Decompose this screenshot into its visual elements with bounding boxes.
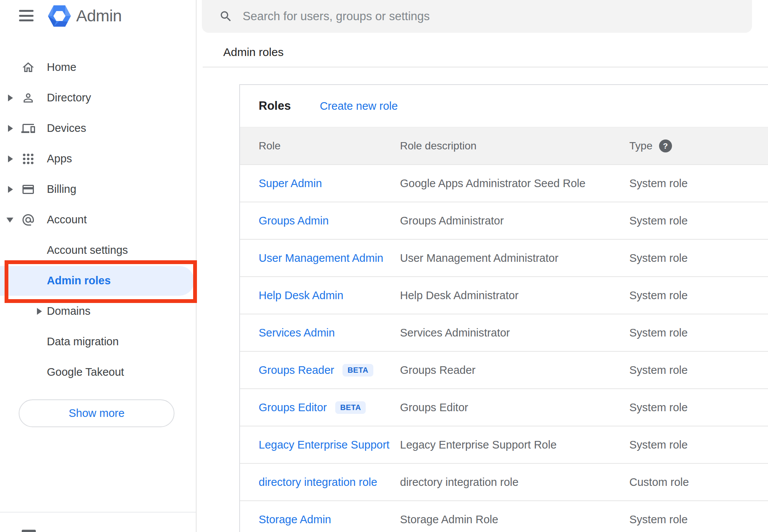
role-link[interactable]: Super Admin [259,177,322,190]
sidebar-item-google-takeout[interactable]: Google Takeout [0,357,196,388]
role-type: Custom role [629,476,768,489]
sidebar-item-domains[interactable]: Domains [0,296,196,327]
credit-card-icon [21,183,35,196]
role-link[interactable]: Legacy Enterprise Support [259,439,389,451]
role-link[interactable]: Groups Reader [259,364,334,377]
table-row: Storage Admin Storage Admin Role System … [240,500,768,532]
create-new-role-link[interactable]: Create new role [320,100,398,112]
search-input[interactable] [243,10,752,23]
role-link[interactable]: Groups Editor [259,401,327,414]
beta-badge: BETA [335,401,366,414]
show-more-button[interactable]: Show more [19,399,174,427]
home-icon [21,61,35,74]
role-type: System role [629,177,768,190]
sidebar-item-label: Account [47,213,87,226]
role-description: Storage Admin Role [400,513,629,526]
role-link[interactable]: directory integration role [259,476,377,489]
sidebar-item-label: Domains [47,305,90,317]
role-description: Help Desk Administrator [400,289,629,302]
clipped-bottom-icon [22,530,36,532]
table-row: Groups Editor BETA Groups Editor System … [240,388,768,426]
role-type: System role [629,252,768,264]
person-icon [21,91,35,105]
search-bar[interactable] [202,0,752,33]
expand-arrow-icon[interactable] [8,125,13,132]
sidebar-item-label: Apps [47,152,72,165]
sidebar-item-home[interactable]: Home [0,52,196,83]
role-link[interactable]: Groups Admin [259,215,329,227]
search-icon [219,10,233,23]
help-icon[interactable]: ? [659,139,672,152]
expand-arrow-icon[interactable] [8,186,13,193]
breadcrumb: Admin roles [223,46,283,59]
sidebar-item-label: Billing [47,183,76,195]
devices-icon [21,122,35,135]
role-link[interactable]: User Management Admin [259,252,383,264]
collapse-arrow-icon[interactable] [6,218,13,223]
role-link[interactable]: Storage Admin [259,513,331,526]
expand-arrow-icon[interactable] [8,155,13,162]
roles-card: Roles Create new role Role Role descript… [239,84,768,532]
column-header-role: Role [259,140,400,152]
role-description: Services Administrator [400,327,629,339]
table-row: User Management Admin User Management Ad… [240,239,768,276]
sidebar-content-divider [196,0,197,532]
role-type: System role [629,327,768,339]
sidebar-item-label: Admin roles [47,274,111,287]
role-type: System role [629,289,768,302]
table-row: Groups Admin Groups Administrator System… [240,202,768,239]
sidebar-item-label: Account settings [47,244,128,256]
apps-grid-icon [21,152,35,166]
sidebar-item-directory[interactable]: Directory [0,83,196,113]
sidebar: Admin Home Directory Devices [0,0,196,532]
table-header: Role Role description Type ? [240,127,768,164]
sidebar-nav: Home Directory Devices Apps [0,52,196,388]
role-type: System role [629,364,768,377]
expand-arrow-icon[interactable] [8,95,13,101]
table-row: Super Admin Google Apps Administrator Se… [240,164,768,202]
role-description: Groups Reader [400,364,629,377]
sidebar-item-data-migration[interactable]: Data migration [0,327,196,357]
role-description: directory integration role [400,476,629,489]
role-type: System role [629,215,768,227]
role-description: Google Apps Administrator Seed Role [400,177,629,190]
sidebar-item-label: Home [47,61,76,74]
role-description: Groups Administrator [400,215,629,227]
sidebar-bottom-divider [0,512,196,513]
table-row: Services Admin Services Administrator Sy… [240,314,768,351]
role-description: Legacy Enterprise Support Role [400,439,629,451]
role-description: User Management Administrator [400,252,629,264]
column-header-type: Type ? [629,139,768,152]
table-row: Groups Reader BETA Groups Reader System … [240,351,768,388]
app-title: Admin [76,5,122,26]
sidebar-item-devices[interactable]: Devices [0,113,196,144]
at-sign-icon [21,213,35,227]
role-link[interactable]: Services Admin [259,327,335,339]
sidebar-item-label: Google Takeout [47,366,124,378]
table-row: Help Desk Admin Help Desk Administrator … [240,276,768,314]
sidebar-item-label: Data migration [47,335,119,348]
beta-badge: BETA [342,364,373,377]
sidebar-item-billing[interactable]: Billing [0,174,196,205]
sidebar-item-account[interactable]: Account [0,205,196,235]
role-description: Groups Editor [400,401,629,414]
card-title: Roles [259,99,291,113]
admin-logo-icon [47,4,72,28]
column-header-description: Role description [400,140,629,152]
role-type: System role [629,513,768,526]
table-row: directory integration role directory int… [240,463,768,500]
sidebar-item-label: Directory [47,91,91,104]
role-type: System role [629,401,768,414]
role-type: System role [629,439,768,451]
sidebar-item-label: Devices [47,122,86,135]
menu-icon[interactable] [19,10,34,21]
roles-card-header: Roles Create new role [240,85,768,127]
sidebar-item-apps[interactable]: Apps [0,144,196,174]
breadcrumb-divider [203,67,768,67]
table-body: Super Admin Google Apps Administrator Se… [240,164,768,532]
role-link[interactable]: Help Desk Admin [259,289,343,302]
table-row: Legacy Enterprise Support Legacy Enterpr… [240,426,768,463]
sidebar-item-admin-roles[interactable]: Admin roles [0,266,196,296]
expand-arrow-icon[interactable] [37,308,42,315]
sidebar-item-account-settings[interactable]: Account settings [0,235,196,266]
